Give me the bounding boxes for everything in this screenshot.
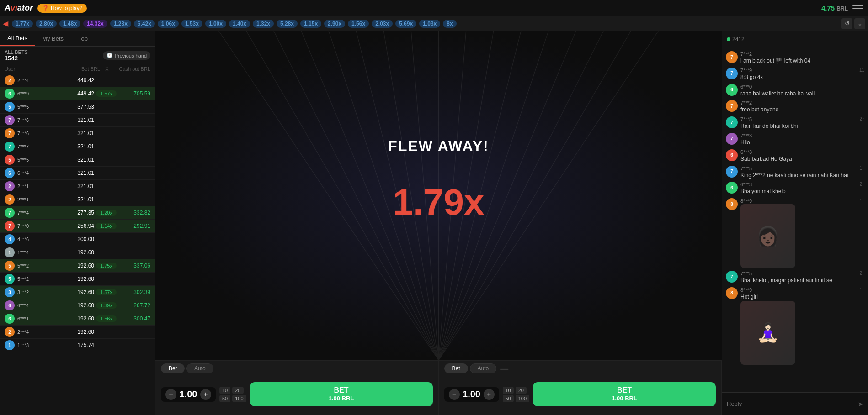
chat-message: 7 7***5King 2***2 ne kaafi dino se rain … [726, 166, 864, 179]
bet-panel-2-quick: 10 20 50 100 [503, 387, 530, 402]
tab-my-bets[interactable]: My Bets [35, 31, 71, 46]
bet-panel-1-quick-20[interactable]: 20 [232, 387, 243, 394]
bet-username: 4***6 [17, 236, 62, 242]
bet-amount-value: 192.60 [62, 276, 94, 282]
mult-pill-9[interactable]: 1.40x [229, 20, 250, 28]
mult-settings-button[interactable]: ⌄ [854, 18, 865, 29]
bet-panel-2-decrease[interactable]: − [449, 389, 460, 400]
bet-multiplier: 1.56x [96, 315, 117, 322]
all-bets-info: ALL BETS 1542 [5, 49, 28, 62]
mult-pill-6[interactable]: 1.06x [158, 20, 179, 28]
bet-panel-1-quick: 10 20 50 100 [219, 387, 246, 402]
avatar: 6 [5, 89, 15, 99]
bet-label-2: BET [617, 386, 632, 395]
mult-pill-2[interactable]: 1.48x [59, 20, 80, 28]
bet-panel-2-increase[interactable]: + [484, 389, 495, 400]
mult-pill-17[interactable]: 1.03x [419, 20, 440, 28]
bet-panel-2-tab-auto[interactable]: Auto [470, 363, 497, 373]
chat-image-2: 🧘🏻‍♀️ [740, 301, 795, 365]
bet-amount-value: 321.01 [62, 196, 94, 203]
bet-row: 6 6***4 321.01 [0, 167, 155, 180]
bet-row: 7 7***6 321.01 [0, 114, 155, 127]
bet-button-2[interactable]: BET 1.00 BRL [533, 382, 716, 407]
bet-panel-1-tab-bet[interactable]: Bet [161, 363, 185, 373]
chat-text: Hllo [740, 139, 864, 147]
chat-send-button[interactable]: ➤ [858, 400, 863, 408]
bet-panel-1-tab-auto[interactable]: Auto [186, 363, 213, 373]
bet-username: 2***1 [17, 184, 62, 189]
how-to-play-button[interactable]: ❓ How to play? [37, 4, 87, 13]
mult-pill-14[interactable]: 1.56x [348, 20, 369, 28]
bet-button-1[interactable]: BET 1.00 BRL [250, 382, 433, 407]
bet-amount-value: 377.53 [62, 104, 94, 110]
bets-list: 2 2***4 449.42 6 6***9 449.42 1.57x 705.… [0, 74, 155, 415]
tab-all-bets[interactable]: All Bets [0, 31, 35, 46]
bet-panel-2-quick-10[interactable]: 10 [503, 387, 514, 394]
chat-message: 8 8***9👩🏿 1↑ [726, 198, 864, 268]
chat-avatar: 7 [726, 116, 738, 128]
mult-arrow-left[interactable]: ◀ [3, 19, 8, 28]
bet-panel-1-increase[interactable]: + [200, 389, 211, 400]
left-panel: All Bets My Bets Top ALL BETS 1542 🕐 Pre… [0, 31, 155, 415]
mult-pill-3[interactable]: 14.32x [83, 20, 107, 28]
bet-cashout: 300.47 [118, 315, 150, 322]
mult-pill-18[interactable]: 8x [443, 20, 456, 28]
avatar: 2 [5, 327, 15, 337]
bet-row: 7 7***0 256.94 1.14x 292.91 [0, 220, 155, 233]
mult-pill-13[interactable]: 2.90x [324, 20, 345, 28]
chat-messages: 7 7***2i am black out 🏴 left with 04 7 7… [722, 47, 868, 392]
avatar: 6 [5, 314, 15, 324]
hamburger-menu[interactable] [852, 3, 863, 14]
hamburger-line [852, 8, 863, 9]
mult-pill-4[interactable]: 1.23x [110, 20, 131, 28]
balance-display: 4.75 BRL [821, 4, 848, 12]
top-bar-left: Aviator ❓ How to play? [5, 3, 87, 13]
bet-panel-2-dismiss[interactable]: — [498, 363, 510, 373]
avatar: 4 [5, 234, 15, 244]
chat-time: 1↑ [859, 287, 864, 292]
bet-cashout: 267.72 [118, 302, 150, 309]
avatar: 1 [5, 340, 15, 350]
bet-panel-2-quick-50[interactable]: 50 [503, 395, 514, 402]
mult-pill-10[interactable]: 1.32x [253, 20, 274, 28]
bet-amount-value: 321.01 [62, 117, 94, 123]
bet-username: 1***3 [17, 342, 62, 348]
bet-row: 5 5***5 377.53 [0, 100, 155, 114]
mult-pill-15[interactable]: 2.03x [372, 20, 393, 28]
hamburger-line [852, 5, 863, 6]
bet-username: 5***2 [17, 263, 62, 268]
avatar: 2 [5, 194, 15, 205]
bet-panel-2-quick-20[interactable]: 20 [516, 387, 527, 394]
mult-pill-0[interactable]: 1.77x [12, 20, 33, 28]
mult-pill-12[interactable]: 1.15x [300, 20, 321, 28]
chat-image-placeholder-2: 🧘🏻‍♀️ [740, 301, 795, 365]
chat-input[interactable] [727, 400, 855, 407]
bet-row: 5 5***2 192.60 1.75x 337.06 [0, 259, 155, 273]
tab-top[interactable]: Top [71, 31, 95, 46]
bet-panel-1-decrease[interactable]: − [165, 389, 176, 400]
mult-refresh-button[interactable]: ↺ [841, 18, 852, 29]
bet-panel-1-amount-control: − 1.00 + [161, 387, 216, 402]
mult-pill-16[interactable]: 5.69x [395, 20, 416, 28]
mult-pill-7[interactable]: 1.53x [181, 20, 202, 28]
previous-hand-button[interactable]: 🕐 Previous hand [103, 51, 150, 60]
how-to-play-label: How to play? [51, 5, 82, 11]
chat-message: 7 7***98:3 go 4x 11 [726, 68, 864, 81]
bet-row: 1 1***3 175.74 [0, 339, 155, 352]
mult-pill-1[interactable]: 2.80x [36, 20, 57, 28]
bet-panel-1-quick-row-1: 10 20 [219, 387, 246, 394]
mult-pill-11[interactable]: 5.28x [277, 20, 298, 28]
bet-amount-1: 1.00 BRL [329, 395, 354, 403]
all-bets-count: 1542 [5, 55, 28, 62]
chat-username: 6***0 [740, 84, 864, 89]
bet-panel-1-quick-10[interactable]: 10 [219, 387, 230, 394]
bet-panel-1-quick-50[interactable]: 50 [219, 395, 230, 402]
bet-panel-2-quick-100[interactable]: 100 [516, 395, 529, 402]
bet-panel-2-amount: 1.00 [463, 389, 481, 399]
bet-panel-1-quick-100[interactable]: 100 [232, 395, 246, 402]
online-dot [727, 37, 730, 41]
bet-amount-value: 192.60 [62, 329, 94, 335]
mult-pill-8[interactable]: 1.00x [205, 20, 226, 28]
mult-pill-5[interactable]: 6.42x [134, 20, 155, 28]
bet-panel-2-tab-bet[interactable]: Bet [444, 363, 468, 373]
